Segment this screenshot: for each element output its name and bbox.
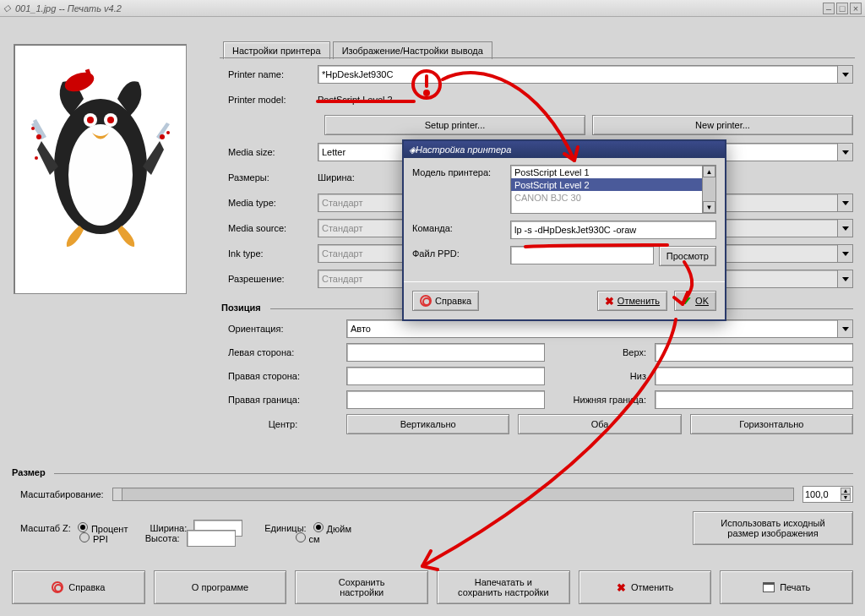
command-value: lp -s -dHpDeskJet930C -oraw — [514, 225, 636, 235]
save-settings-button[interactable]: Сохранить настройки — [295, 570, 428, 604]
modal-cancel-button[interactable]: ✖Отменить — [597, 291, 667, 311]
modal-ppd-label: Файл PPD: — [412, 246, 505, 259]
orientation-dropdown[interactable]: Авто — [346, 319, 853, 338]
width-sublabel: Ширина: — [318, 172, 355, 183]
width-label: Ширина: — [150, 523, 187, 533]
list-item[interactable]: PostScript Level 1 — [511, 166, 715, 178]
setup-printer-button[interactable]: Setup printer... — [324, 115, 585, 135]
radio-icon — [296, 532, 306, 542]
modal-help-button[interactable]: Справка — [412, 291, 479, 311]
center-label: Центр: — [228, 419, 338, 429]
window-icon: ◇ — [3, 3, 10, 14]
list-item[interactable]: CANON BJC 30 — [511, 191, 715, 204]
radio-icon — [79, 532, 90, 542]
right-side-input[interactable] — [346, 367, 545, 385]
svg-point-3 — [87, 117, 94, 123]
preview-image-content — [24, 48, 177, 268]
tab-strip: Настройки принтера Изображение/Настройки… — [223, 41, 492, 58]
modal-separator — [404, 281, 725, 282]
dropdown-icon[interactable] — [837, 320, 852, 337]
dropdown-icon[interactable] — [837, 194, 852, 211]
right-border-input[interactable] — [346, 390, 545, 409]
new-printer-button[interactable]: New printer... — [592, 115, 853, 135]
svg-point-7 — [160, 134, 165, 139]
printer-model-value: PostScript Level 2 — [318, 95, 393, 105]
ink-type-label: Ink type: — [228, 248, 313, 259]
print-and-save-button[interactable]: Напечатать и сохранить настройки — [437, 570, 570, 604]
media-type-label: Media type: — [228, 198, 313, 208]
orientation-value: Авто — [351, 324, 371, 334]
dropdown-icon[interactable] — [837, 270, 852, 287]
printer-setup-dialog: ◈ Настройка принтера Модель принтера: Po… — [402, 139, 726, 321]
close-icon: × — [853, 3, 858, 14]
tab-output-settings[interactable]: Изображение/Настройки вывода — [333, 41, 492, 59]
scroll-track[interactable] — [703, 177, 715, 201]
media-size-value: Letter — [322, 147, 345, 157]
center-both-button[interactable]: Оба — [518, 414, 681, 434]
close-button[interactable]: × — [850, 3, 862, 14]
center-vertical-button[interactable]: Вертикально — [346, 414, 509, 434]
svg-point-6 — [36, 134, 41, 139]
browse-button[interactable]: Просмотр — [659, 246, 716, 266]
tab-underline — [220, 57, 855, 58]
position-section-label: Позиция — [221, 303, 261, 313]
cancel-button[interactable]: ✖Отменить — [579, 570, 712, 604]
bottom-border-input[interactable] — [655, 390, 853, 409]
radio-icon — [78, 522, 88, 532]
scaling-spinner[interactable]: 100,0 ▲▼ — [802, 486, 853, 503]
scaling-value: 100,0 — [805, 489, 829, 499]
minimize-icon: – — [826, 3, 831, 14]
help-icon — [420, 295, 432, 307]
ppd-input[interactable] — [510, 246, 654, 264]
left-side-input[interactable] — [346, 343, 545, 362]
cancel-icon: ✖ — [617, 581, 626, 594]
dropdown-icon[interactable] — [837, 245, 852, 262]
right-border-label: Правая граница: — [228, 395, 338, 405]
height-label: Высота: — [145, 533, 180, 543]
maximize-button[interactable]: □ — [836, 3, 848, 14]
dropdown-icon[interactable] — [837, 220, 852, 237]
ok-icon: ✔ — [682, 294, 692, 308]
top-input[interactable] — [655, 343, 853, 362]
bottom-input[interactable] — [655, 367, 853, 385]
svg-point-10 — [31, 127, 35, 130]
resolution-value: Стандарт — [322, 274, 363, 284]
window-title: 001_1.jpg -- Печать v4.2 — [15, 3, 122, 14]
slider-thumb[interactable] — [112, 488, 122, 501]
printer-name-dropdown[interactable]: *HpDeskJet930C — [318, 65, 853, 84]
print-button[interactable]: Печать — [720, 570, 853, 604]
bottom-border-label: Нижняя граница: — [553, 395, 646, 405]
dropdown-icon[interactable] — [837, 66, 852, 83]
scaling-label: Масштабирование: — [20, 489, 104, 499]
center-horizontal-button[interactable]: Горизонтально — [690, 414, 853, 434]
dropdown-icon[interactable] — [837, 144, 852, 161]
media-source-label: Media source: — [228, 223, 313, 233]
use-original-size-button[interactable]: Использовать исходный размер изображения — [693, 511, 853, 545]
spin-down-icon[interactable]: ▼ — [841, 494, 851, 501]
scale-z-label: Масштаб Z: — [20, 523, 71, 533]
scroll-up-icon[interactable]: ▲ — [703, 166, 715, 177]
command-input[interactable]: lp -s -dHpDeskJet930C -oraw — [510, 221, 716, 239]
svg-point-5 — [107, 117, 114, 123]
scaling-slider[interactable] — [112, 488, 794, 501]
media-source-value: Стандарт — [322, 223, 363, 233]
radio-ppi[interactable]: PPI — [79, 532, 108, 544]
dialog-titlebar[interactable]: ◈ Настройка принтера — [404, 141, 725, 158]
list-item-selected[interactable]: PostScript Level 2 — [511, 178, 715, 191]
help-button[interactable]: Справка — [12, 570, 145, 604]
tab-printer-settings[interactable]: Настройки принтера — [223, 41, 330, 59]
minimize-button[interactable]: – — [823, 3, 835, 14]
printer-model-listbox[interactable]: PostScript Level 1 PostScript Level 2 CA… — [510, 165, 716, 214]
maximize-icon: □ — [840, 3, 846, 14]
height-input[interactable] — [187, 530, 236, 547]
printer-model-label: Printer model: — [228, 95, 313, 105]
listbox-scrollbar[interactable]: ▲▼ — [702, 166, 715, 213]
radio-cm[interactable]: см — [296, 532, 320, 544]
scroll-down-icon[interactable]: ▼ — [703, 201, 715, 213]
svg-point-1 — [68, 124, 133, 226]
about-button[interactable]: О программе — [154, 570, 287, 604]
modal-ok-button[interactable]: ✔OK — [674, 291, 716, 311]
radio-inch[interactable]: Дюйм — [313, 522, 351, 534]
media-size-label: Media size: — [228, 147, 313, 157]
spin-up-icon[interactable]: ▲ — [841, 488, 851, 494]
